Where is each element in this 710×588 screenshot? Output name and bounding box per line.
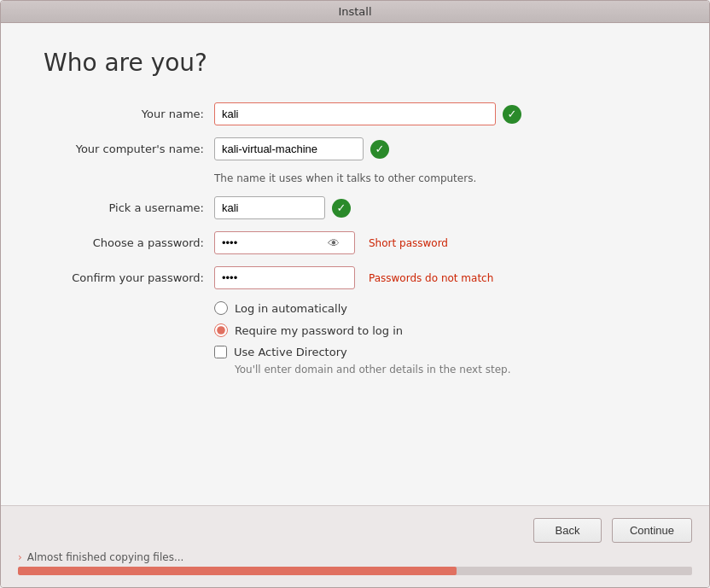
continue-button[interactable]: Continue [612,518,692,543]
password-field-wrapper: 👁 [214,231,355,254]
confirm-password-status: Passwords do not match [369,272,493,284]
confirm-password-row: Confirm your password: Passwords do not … [44,266,666,289]
back-button[interactable]: Back [533,518,602,543]
username-label: Pick a username: [44,201,214,214]
computer-name-check-icon: ✓ [370,140,389,159]
password-input[interactable] [215,232,326,253]
active-directory-label[interactable]: Use Active Directory [234,346,347,358]
password-label: Choose a password: [44,236,214,249]
password-eye-icon[interactable]: 👁 [326,235,341,252]
username-row: Pick a username: ✓ [44,196,666,219]
progress-label: Almost finished copying files... [27,551,184,563]
computer-name-input[interactable] [214,137,364,160]
active-directory-hint: You'll enter domain and other details in… [235,364,666,376]
progress-section: › Almost finished copying files... [18,551,692,575]
password-input-wrapper: 👁 Short password [214,231,448,254]
login-auto-radio[interactable] [214,301,228,315]
page-title: Who are you? [44,49,666,77]
button-row: Back Continue [18,518,692,543]
computer-name-label: Your computer's name: [44,143,214,155]
computer-name-hint: The name it uses when it talks to other … [214,172,666,184]
require-password-label[interactable]: Require my password to log in [235,324,403,337]
your-name-input-wrapper: ✓ [214,102,521,125]
install-window: Install Who are you? Your name: ✓ Your c… [0,0,710,588]
require-password-row: Require my password to log in [214,323,666,337]
username-check-icon: ✓ [332,199,351,218]
username-input[interactable] [214,196,325,219]
confirm-password-label: Confirm your password: [44,271,214,284]
progress-label-row: › Almost finished copying files... [18,551,692,563]
your-name-row: Your name: ✓ [44,102,666,125]
confirm-password-input[interactable] [214,266,355,289]
password-status: Short password [369,237,448,249]
require-password-radio[interactable] [214,323,228,337]
progress-bar-track [18,567,692,575]
username-input-wrapper: ✓ [214,196,351,219]
login-options-section: Log in automatically Require my password… [214,301,666,376]
your-name-label: Your name: [44,108,214,120]
progress-bar-fill [18,567,457,575]
bottom-bar: Back Continue › Almost finished copying … [1,505,709,587]
active-directory-checkbox[interactable] [214,346,227,358]
login-auto-row: Log in automatically [214,301,666,315]
main-content: Who are you? Your name: ✓ Your computer'… [1,23,709,505]
your-name-check-icon: ✓ [503,105,521,124]
password-row: Choose a password: 👁 Short password [44,231,666,254]
computer-name-row: Your computer's name: ✓ [44,137,666,160]
computer-name-input-wrapper: ✓ [214,137,389,160]
login-auto-label[interactable]: Log in automatically [235,302,347,315]
active-directory-row: Use Active Directory [214,346,666,358]
your-name-input[interactable] [214,102,496,125]
chevron-icon: › [18,551,22,563]
window-title: Install [338,5,371,18]
confirm-password-input-wrapper: Passwords do not match [214,266,493,289]
titlebar: Install [1,1,709,23]
